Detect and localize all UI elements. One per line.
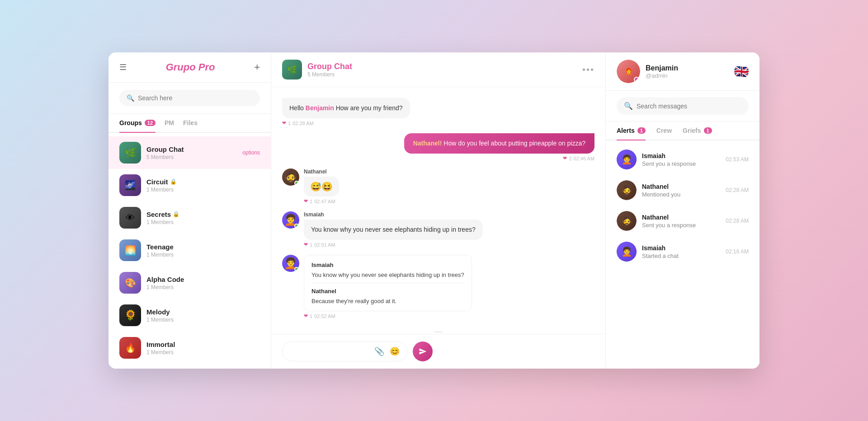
message-with-avatar: 🧑‍🦱 Ismaiah You know why you never see e… — [282, 255, 472, 311]
list-item[interactable]: 🔥 Immortal 1 Members options — [108, 332, 271, 364]
chat-info: Group Chat 5 Members — [146, 145, 237, 160]
alert-item[interactable]: 🧑‍🦱 Ismaiah Started a chat 02:16 AM — [606, 236, 760, 267]
tab-alerts[interactable]: Alerts 1 — [617, 122, 646, 140]
chat-info: Secrets 🔒 1 Members — [146, 210, 237, 225]
alert-time: 02:28 AM — [726, 218, 749, 224]
main-chat: 🌿 Group Chat 5 Members ••• Hello Benjami… — [271, 52, 606, 369]
chat-name: Teenage — [146, 243, 237, 251]
alerts-tabs: Alerts 1 Crew Griefs 1 — [606, 122, 760, 140]
search-input[interactable] — [138, 94, 253, 102]
avatar: 🔥 — [119, 337, 141, 359]
sender-name: Nathanel — [304, 168, 339, 175]
sender-name: Ismaiah — [304, 211, 483, 218]
alert-avatar: 🧑‍🦱 — [617, 242, 637, 262]
avatar: 🌅 — [119, 239, 141, 261]
tab-groups[interactable]: Groups 12 — [119, 114, 156, 132]
chat-options[interactable]: options — [242, 150, 260, 156]
send-button[interactable] — [413, 341, 433, 361]
message-time: 02:28 AM — [292, 121, 313, 126]
attach-icon[interactable]: 📎 — [374, 346, 384, 356]
avatar: 🌿 — [119, 142, 141, 164]
list-item[interactable]: 👁 Secrets 🔒 1 Members options — [108, 201, 271, 234]
message-bubble: 😅😆 — [304, 177, 339, 196]
chat-info: Melody 1 Members — [146, 308, 237, 323]
like-icon: ❤ — [304, 242, 308, 248]
alert-item[interactable]: 🧔 Nathanel Mentioned you 02:28 AM — [606, 175, 760, 206]
alerts-list: 🧑‍🦱 Ismaiah Sent you a response 02:53 AM… — [606, 140, 760, 369]
search-icon: 🔍 — [127, 94, 134, 102]
user-avatar: 🧑‍🦱 — [282, 255, 299, 272]
like-count: 2 — [569, 156, 571, 161]
tab-groups-label: Groups — [119, 119, 142, 126]
list-item[interactable]: 🌌 Circuit 🔒 1 Members options — [108, 169, 271, 201]
input-row: 📎 😊 — [282, 341, 594, 361]
message-meta: ❤ 1 02:28 AM — [282, 120, 314, 126]
user-avatar: 🧑‍🦱 — [282, 211, 299, 229]
like-icon: ❤ — [563, 155, 567, 161]
alert-text: Sent you a response — [642, 160, 720, 167]
chat-info: Alpha Code 1 Members — [146, 276, 237, 290]
tab-alerts-label: Alerts — [617, 127, 635, 134]
message-bubble: You know why you never see elephants hid… — [304, 220, 483, 240]
alert-item[interactable]: 🧔 Nathanel Sent you a response 02:28 AM — [606, 206, 760, 236]
flag-icon[interactable]: 🇬🇧 — [734, 64, 749, 79]
alert-item[interactable]: 🧑‍🦱 Ismaiah Sent you a response 02:53 AM — [606, 144, 760, 175]
user-avatar-right: 🧑‍🦰 — [617, 60, 640, 83]
alert-avatar: 🧔 — [617, 180, 637, 200]
sidebar-header: ☰ Grupo Pro + — [108, 52, 271, 83]
alert-text: Mentioned you — [642, 191, 720, 198]
chat-sub: 1 Members — [146, 284, 237, 290]
user-name: Benjamin — [646, 64, 729, 72]
user-handle: @admin — [646, 72, 729, 79]
chat-name: Melody — [146, 308, 237, 316]
emoji-icon[interactable]: 😊 — [390, 346, 400, 356]
lock-icon: 🔒 — [173, 211, 179, 217]
alert-time: 02:53 AM — [726, 156, 749, 163]
tab-pm[interactable]: PM — [165, 114, 174, 132]
like-count: 1 — [288, 121, 291, 126]
chat-name: Secrets 🔒 — [146, 210, 237, 218]
list-item[interactable]: 🎨 Alpha Code 1 Members options — [108, 267, 271, 299]
tab-pm-label: PM — [165, 119, 174, 126]
like-icon: ❤ — [304, 313, 308, 319]
alert-info: Nathanel Sent you a response — [642, 214, 720, 229]
like-icon: ❤ — [282, 120, 286, 126]
message-received: 🧑‍🦱 Ismaiah You know why you never see e… — [282, 255, 501, 319]
avatar-icon: 🧑‍🦰 — [625, 68, 632, 75]
chat-sub: 1 Members — [146, 219, 237, 225]
menu-icon[interactable]: ☰ — [119, 62, 127, 72]
chat-info: Immortal 1 Members — [146, 341, 237, 356]
user-avatar: 🧔 — [282, 168, 299, 186]
right-search-bar: 🔍 — [606, 91, 760, 122]
avatar: 🌻 — [119, 304, 141, 326]
message-received: Hello Benjamin How are you my friend? ❤ … — [282, 98, 454, 126]
list-item[interactable]: 🌿 Group Chat 5 Members options — [108, 136, 271, 169]
message-content: Ismaiah You know why you never see eleph… — [304, 211, 483, 240]
tab-crew[interactable]: Crew — [656, 122, 672, 140]
message-input[interactable] — [290, 348, 369, 355]
message-meta: ❤ 2 02:46 AM — [563, 155, 594, 161]
alert-avatar: 🧑‍🦱 — [617, 150, 637, 169]
chat-header-sub: 5 Members — [307, 71, 577, 78]
tab-griefs[interactable]: Griefs 1 — [683, 122, 712, 140]
message-with-avatar: 🧑‍🦱 Ismaiah You know why you never see e… — [282, 211, 483, 240]
online-indicator — [294, 224, 299, 228]
chat-name: Circuit 🔒 — [146, 178, 237, 186]
sidebar-tabs: Groups 12 PM Files — [108, 114, 271, 133]
chat-sub: 1 Members — [146, 349, 237, 356]
thread-text2: Because they're really good at it. — [311, 297, 464, 306]
search-messages-input[interactable] — [637, 103, 741, 110]
alert-user-name: Ismaiah — [642, 152, 720, 159]
chat-header-name: Group Chat — [307, 62, 577, 71]
chat-name: Group Chat — [146, 145, 237, 153]
alert-info: Nathanel Mentioned you — [642, 183, 720, 198]
thread-sender-name: Ismaiah — [311, 261, 464, 270]
list-item[interactable]: 🌻 Melody 1 Members options — [108, 299, 271, 332]
message-input-area: 📎 😊 — [271, 334, 605, 369]
list-item[interactable]: 🌅 Teenage 1 Members options — [108, 234, 271, 267]
add-icon[interactable]: + — [254, 61, 260, 73]
avatar: 👁 — [119, 207, 141, 229]
tab-files[interactable]: Files — [183, 114, 198, 132]
chat-more-button[interactable]: ••• — [582, 65, 594, 75]
tab-crew-label: Crew — [656, 127, 672, 134]
